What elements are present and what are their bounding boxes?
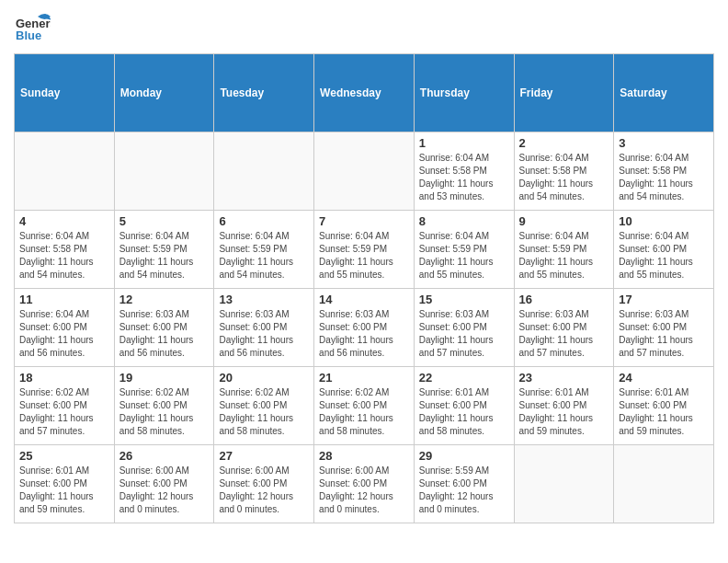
cell-info: Sunrise: 6:04 AM Sunset: 5:58 PM Dayligh… <box>619 152 709 203</box>
calendar-table: SundayMondayTuesdayWednesdayThursdayFrid… <box>14 53 714 523</box>
calendar-cell: 21Sunrise: 6:02 AM Sunset: 6:00 PM Dayli… <box>314 367 415 445</box>
cell-info: Sunrise: 6:04 AM Sunset: 5:59 PM Dayligh… <box>419 230 509 282</box>
calendar-cell <box>15 132 115 211</box>
day-number: 8 <box>419 214 509 228</box>
calendar-cell: 26Sunrise: 6:00 AM Sunset: 6:00 PM Dayli… <box>114 445 214 523</box>
calendar-cell: 10Sunrise: 6:04 AM Sunset: 6:00 PM Dayli… <box>614 211 714 289</box>
cell-info: Sunrise: 6:03 AM Sunset: 6:00 PM Dayligh… <box>419 308 509 360</box>
logo: General Blue <box>14 9 51 46</box>
calendar-cell: 15Sunrise: 6:03 AM Sunset: 6:00 PM Dayli… <box>414 289 514 367</box>
weekday-header-wednesday: Wednesday <box>314 54 415 132</box>
cell-info: Sunrise: 6:04 AM Sunset: 5:58 PM Dayligh… <box>19 230 109 282</box>
weekday-header-tuesday: Tuesday <box>214 54 314 132</box>
cell-info: Sunrise: 6:04 AM Sunset: 5:59 PM Dayligh… <box>519 230 609 282</box>
cell-info: Sunrise: 6:04 AM Sunset: 5:58 PM Dayligh… <box>519 152 609 203</box>
cell-info: Sunrise: 6:01 AM Sunset: 6:00 PM Dayligh… <box>519 386 609 438</box>
calendar-cell: 13Sunrise: 6:03 AM Sunset: 6:00 PM Dayli… <box>214 289 314 367</box>
calendar-cell: 18Sunrise: 6:02 AM Sunset: 6:00 PM Dayli… <box>15 367 115 445</box>
header: General Blue <box>14 9 714 46</box>
day-number: 3 <box>619 136 709 150</box>
cell-info: Sunrise: 6:04 AM Sunset: 5:58 PM Dayligh… <box>419 152 509 203</box>
day-number: 11 <box>19 293 109 306</box>
day-number: 1 <box>419 136 509 150</box>
weekday-header-thursday: Thursday <box>414 54 514 132</box>
day-number: 2 <box>519 136 609 150</box>
calendar-cell <box>514 445 614 523</box>
cell-info: Sunrise: 6:04 AM Sunset: 6:00 PM Dayligh… <box>19 308 109 360</box>
calendar-cell: 7Sunrise: 6:04 AM Sunset: 5:59 PM Daylig… <box>314 211 415 289</box>
day-number: 19 <box>119 371 210 385</box>
weekday-header-saturday: Saturday <box>614 54 714 132</box>
day-number: 17 <box>619 293 709 306</box>
day-number: 15 <box>419 293 509 306</box>
day-number: 21 <box>319 371 409 385</box>
calendar-cell: 24Sunrise: 6:01 AM Sunset: 6:00 PM Dayli… <box>614 367 714 445</box>
cell-info: Sunrise: 6:01 AM Sunset: 6:00 PM Dayligh… <box>19 465 109 516</box>
day-number: 29 <box>419 449 509 463</box>
calendar-cell: 4Sunrise: 6:04 AM Sunset: 5:58 PM Daylig… <box>15 211 115 289</box>
cell-info: Sunrise: 6:02 AM Sunset: 6:00 PM Dayligh… <box>19 386 109 438</box>
cell-info: Sunrise: 6:00 AM Sunset: 6:00 PM Dayligh… <box>219 465 309 516</box>
calendar-cell: 14Sunrise: 6:03 AM Sunset: 6:00 PM Dayli… <box>314 289 415 367</box>
calendar-cell: 11Sunrise: 6:04 AM Sunset: 6:00 PM Dayli… <box>15 289 115 367</box>
day-number: 7 <box>319 214 409 228</box>
calendar-cell: 29Sunrise: 5:59 AM Sunset: 6:00 PM Dayli… <box>414 445 514 523</box>
calendar-header: SundayMondayTuesdayWednesdayThursdayFrid… <box>15 54 714 132</box>
calendar-cell: 23Sunrise: 6:01 AM Sunset: 6:00 PM Dayli… <box>514 367 614 445</box>
calendar-cell: 8Sunrise: 6:04 AM Sunset: 5:59 PM Daylig… <box>414 211 514 289</box>
calendar-cell: 5Sunrise: 6:04 AM Sunset: 5:59 PM Daylig… <box>114 211 214 289</box>
day-number: 23 <box>519 371 609 385</box>
week-row-5: 25Sunrise: 6:01 AM Sunset: 6:00 PM Dayli… <box>15 445 714 523</box>
calendar-cell: 12Sunrise: 6:03 AM Sunset: 6:00 PM Dayli… <box>114 289 214 367</box>
calendar-cell: 3Sunrise: 6:04 AM Sunset: 5:58 PM Daylig… <box>614 132 714 211</box>
calendar-cell <box>314 132 415 211</box>
calendar-cell <box>114 132 214 211</box>
day-number: 10 <box>619 214 709 228</box>
cell-info: Sunrise: 6:00 AM Sunset: 6:00 PM Dayligh… <box>119 465 210 516</box>
day-number: 27 <box>219 449 309 463</box>
svg-text:Blue: Blue <box>16 29 41 42</box>
weekday-row: SundayMondayTuesdayWednesdayThursdayFrid… <box>15 54 714 132</box>
calendar-cell: 22Sunrise: 6:01 AM Sunset: 6:00 PM Dayli… <box>414 367 514 445</box>
cell-info: Sunrise: 6:01 AM Sunset: 6:00 PM Dayligh… <box>419 386 509 438</box>
logo-icon: General Blue <box>14 9 51 46</box>
weekday-header-monday: Monday <box>114 54 214 132</box>
week-row-3: 11Sunrise: 6:04 AM Sunset: 6:00 PM Dayli… <box>15 289 714 367</box>
day-number: 9 <box>519 214 609 228</box>
calendar-cell: 2Sunrise: 6:04 AM Sunset: 5:58 PM Daylig… <box>514 132 614 211</box>
cell-info: Sunrise: 6:00 AM Sunset: 6:00 PM Dayligh… <box>319 465 409 516</box>
weekday-header-friday: Friday <box>514 54 614 132</box>
cell-info: Sunrise: 6:02 AM Sunset: 6:00 PM Dayligh… <box>319 386 409 438</box>
calendar-cell <box>614 445 714 523</box>
week-row-4: 18Sunrise: 6:02 AM Sunset: 6:00 PM Dayli… <box>15 367 714 445</box>
day-number: 16 <box>519 293 609 306</box>
day-number: 12 <box>119 293 210 306</box>
logo-graphic: General Blue <box>14 9 51 46</box>
cell-info: Sunrise: 6:03 AM Sunset: 6:00 PM Dayligh… <box>519 308 609 360</box>
cell-info: Sunrise: 6:04 AM Sunset: 5:59 PM Dayligh… <box>119 230 210 282</box>
day-number: 22 <box>419 371 509 385</box>
calendar-cell: 6Sunrise: 6:04 AM Sunset: 5:59 PM Daylig… <box>214 211 314 289</box>
calendar-cell: 17Sunrise: 6:03 AM Sunset: 6:00 PM Dayli… <box>614 289 714 367</box>
cell-info: Sunrise: 6:03 AM Sunset: 6:00 PM Dayligh… <box>619 308 709 360</box>
week-row-2: 4Sunrise: 6:04 AM Sunset: 5:58 PM Daylig… <box>15 211 714 289</box>
cell-info: Sunrise: 6:04 AM Sunset: 6:00 PM Dayligh… <box>619 230 709 282</box>
calendar-cell: 28Sunrise: 6:00 AM Sunset: 6:00 PM Dayli… <box>314 445 415 523</box>
day-number: 5 <box>119 214 210 228</box>
day-number: 28 <box>319 449 409 463</box>
cell-info: Sunrise: 6:03 AM Sunset: 6:00 PM Dayligh… <box>219 308 309 360</box>
cell-info: Sunrise: 6:04 AM Sunset: 5:59 PM Dayligh… <box>319 230 409 282</box>
day-number: 13 <box>219 293 309 306</box>
calendar-body: 1Sunrise: 6:04 AM Sunset: 5:58 PM Daylig… <box>15 132 714 523</box>
cell-info: Sunrise: 6:02 AM Sunset: 6:00 PM Dayligh… <box>119 386 210 438</box>
cell-info: Sunrise: 5:59 AM Sunset: 6:00 PM Dayligh… <box>419 465 509 516</box>
day-number: 24 <box>619 371 709 385</box>
weekday-header-sunday: Sunday <box>15 54 115 132</box>
day-number: 25 <box>19 449 109 463</box>
cell-info: Sunrise: 6:04 AM Sunset: 5:59 PM Dayligh… <box>219 230 309 282</box>
calendar-cell: 27Sunrise: 6:00 AM Sunset: 6:00 PM Dayli… <box>214 445 314 523</box>
cell-info: Sunrise: 6:03 AM Sunset: 6:00 PM Dayligh… <box>319 308 409 360</box>
cell-info: Sunrise: 6:03 AM Sunset: 6:00 PM Dayligh… <box>119 308 210 360</box>
day-number: 14 <box>319 293 409 306</box>
cell-info: Sunrise: 6:01 AM Sunset: 6:00 PM Dayligh… <box>619 386 709 438</box>
